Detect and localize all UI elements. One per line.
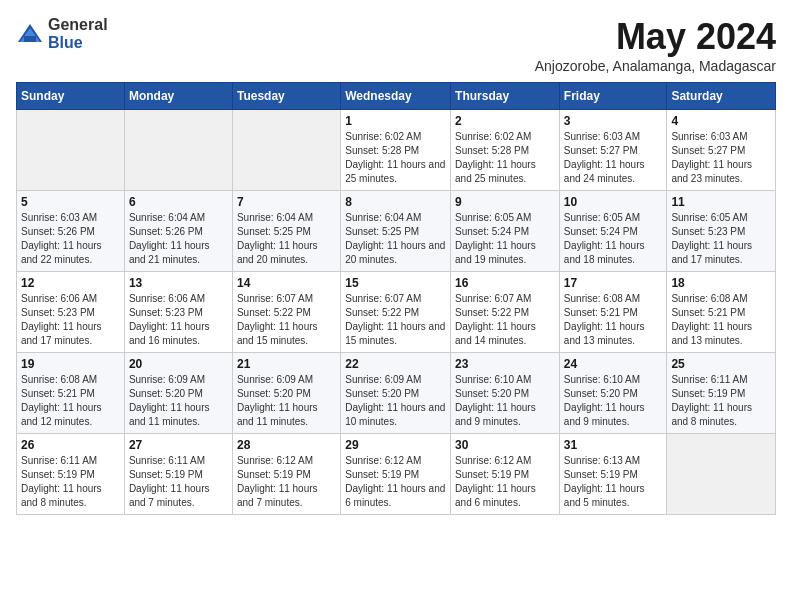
calendar-week-row: 19Sunrise: 6:08 AM Sunset: 5:21 PM Dayli… xyxy=(17,353,776,434)
calendar-cell: 2Sunrise: 6:02 AM Sunset: 5:28 PM Daylig… xyxy=(451,110,560,191)
weekday-header: Saturday xyxy=(667,83,776,110)
calendar-cell xyxy=(124,110,232,191)
calendar-cell: 10Sunrise: 6:05 AM Sunset: 5:24 PM Dayli… xyxy=(559,191,667,272)
weekday-header: Tuesday xyxy=(232,83,340,110)
calendar-cell: 29Sunrise: 6:12 AM Sunset: 5:19 PM Dayli… xyxy=(341,434,451,515)
calendar-cell: 12Sunrise: 6:06 AM Sunset: 5:23 PM Dayli… xyxy=(17,272,125,353)
day-number: 15 xyxy=(345,276,446,290)
day-number: 6 xyxy=(129,195,228,209)
day-info: Sunrise: 6:06 AM Sunset: 5:23 PM Dayligh… xyxy=(129,292,228,348)
day-number: 20 xyxy=(129,357,228,371)
day-number: 23 xyxy=(455,357,555,371)
day-number: 21 xyxy=(237,357,336,371)
day-number: 28 xyxy=(237,438,336,452)
day-number: 18 xyxy=(671,276,771,290)
day-info: Sunrise: 6:05 AM Sunset: 5:23 PM Dayligh… xyxy=(671,211,771,267)
calendar-cell: 23Sunrise: 6:10 AM Sunset: 5:20 PM Dayli… xyxy=(451,353,560,434)
day-number: 12 xyxy=(21,276,120,290)
month-title: May 2024 xyxy=(535,16,776,58)
page-header: General Blue May 2024 Anjozorobe, Analam… xyxy=(16,16,776,74)
day-info: Sunrise: 6:07 AM Sunset: 5:22 PM Dayligh… xyxy=(345,292,446,348)
day-info: Sunrise: 6:13 AM Sunset: 5:19 PM Dayligh… xyxy=(564,454,663,510)
logo-icon xyxy=(16,20,44,48)
calendar-cell: 13Sunrise: 6:06 AM Sunset: 5:23 PM Dayli… xyxy=(124,272,232,353)
calendar-cell: 11Sunrise: 6:05 AM Sunset: 5:23 PM Dayli… xyxy=(667,191,776,272)
calendar-cell: 4Sunrise: 6:03 AM Sunset: 5:27 PM Daylig… xyxy=(667,110,776,191)
day-info: Sunrise: 6:07 AM Sunset: 5:22 PM Dayligh… xyxy=(455,292,555,348)
calendar-cell: 1Sunrise: 6:02 AM Sunset: 5:28 PM Daylig… xyxy=(341,110,451,191)
calendar-cell: 19Sunrise: 6:08 AM Sunset: 5:21 PM Dayli… xyxy=(17,353,125,434)
logo-general: General xyxy=(48,16,108,34)
weekday-header: Wednesday xyxy=(341,83,451,110)
calendar-cell: 14Sunrise: 6:07 AM Sunset: 5:22 PM Dayli… xyxy=(232,272,340,353)
calendar-cell: 7Sunrise: 6:04 AM Sunset: 5:25 PM Daylig… xyxy=(232,191,340,272)
weekday-header: Thursday xyxy=(451,83,560,110)
day-info: Sunrise: 6:03 AM Sunset: 5:27 PM Dayligh… xyxy=(564,130,663,186)
calendar-cell: 26Sunrise: 6:11 AM Sunset: 5:19 PM Dayli… xyxy=(17,434,125,515)
day-info: Sunrise: 6:03 AM Sunset: 5:27 PM Dayligh… xyxy=(671,130,771,186)
day-number: 13 xyxy=(129,276,228,290)
day-info: Sunrise: 6:03 AM Sunset: 5:26 PM Dayligh… xyxy=(21,211,120,267)
day-number: 8 xyxy=(345,195,446,209)
calendar-cell: 31Sunrise: 6:13 AM Sunset: 5:19 PM Dayli… xyxy=(559,434,667,515)
day-info: Sunrise: 6:12 AM Sunset: 5:19 PM Dayligh… xyxy=(345,454,446,510)
day-number: 4 xyxy=(671,114,771,128)
day-info: Sunrise: 6:12 AM Sunset: 5:19 PM Dayligh… xyxy=(455,454,555,510)
day-number: 14 xyxy=(237,276,336,290)
calendar-cell: 21Sunrise: 6:09 AM Sunset: 5:20 PM Dayli… xyxy=(232,353,340,434)
calendar-cell: 30Sunrise: 6:12 AM Sunset: 5:19 PM Dayli… xyxy=(451,434,560,515)
day-number: 11 xyxy=(671,195,771,209)
day-number: 19 xyxy=(21,357,120,371)
weekday-header: Monday xyxy=(124,83,232,110)
day-number: 31 xyxy=(564,438,663,452)
day-number: 2 xyxy=(455,114,555,128)
calendar-cell xyxy=(232,110,340,191)
day-number: 10 xyxy=(564,195,663,209)
calendar-cell: 3Sunrise: 6:03 AM Sunset: 5:27 PM Daylig… xyxy=(559,110,667,191)
calendar-cell: 24Sunrise: 6:10 AM Sunset: 5:20 PM Dayli… xyxy=(559,353,667,434)
weekday-header: Friday xyxy=(559,83,667,110)
calendar-cell: 8Sunrise: 6:04 AM Sunset: 5:25 PM Daylig… xyxy=(341,191,451,272)
calendar-week-row: 26Sunrise: 6:11 AM Sunset: 5:19 PM Dayli… xyxy=(17,434,776,515)
day-info: Sunrise: 6:07 AM Sunset: 5:22 PM Dayligh… xyxy=(237,292,336,348)
calendar-cell: 25Sunrise: 6:11 AM Sunset: 5:19 PM Dayli… xyxy=(667,353,776,434)
location: Anjozorobe, Analamanga, Madagascar xyxy=(535,58,776,74)
calendar-cell: 16Sunrise: 6:07 AM Sunset: 5:22 PM Dayli… xyxy=(451,272,560,353)
day-info: Sunrise: 6:10 AM Sunset: 5:20 PM Dayligh… xyxy=(564,373,663,429)
day-number: 22 xyxy=(345,357,446,371)
day-number: 29 xyxy=(345,438,446,452)
day-number: 7 xyxy=(237,195,336,209)
day-number: 30 xyxy=(455,438,555,452)
day-info: Sunrise: 6:11 AM Sunset: 5:19 PM Dayligh… xyxy=(129,454,228,510)
calendar-week-row: 1Sunrise: 6:02 AM Sunset: 5:28 PM Daylig… xyxy=(17,110,776,191)
day-number: 24 xyxy=(564,357,663,371)
weekday-header: Sunday xyxy=(17,83,125,110)
day-number: 9 xyxy=(455,195,555,209)
day-info: Sunrise: 6:11 AM Sunset: 5:19 PM Dayligh… xyxy=(671,373,771,429)
day-info: Sunrise: 6:06 AM Sunset: 5:23 PM Dayligh… xyxy=(21,292,120,348)
day-info: Sunrise: 6:04 AM Sunset: 5:26 PM Dayligh… xyxy=(129,211,228,267)
calendar-cell: 17Sunrise: 6:08 AM Sunset: 5:21 PM Dayli… xyxy=(559,272,667,353)
calendar-week-row: 12Sunrise: 6:06 AM Sunset: 5:23 PM Dayli… xyxy=(17,272,776,353)
day-number: 25 xyxy=(671,357,771,371)
day-info: Sunrise: 6:04 AM Sunset: 5:25 PM Dayligh… xyxy=(345,211,446,267)
day-info: Sunrise: 6:11 AM Sunset: 5:19 PM Dayligh… xyxy=(21,454,120,510)
calendar-cell: 9Sunrise: 6:05 AM Sunset: 5:24 PM Daylig… xyxy=(451,191,560,272)
day-info: Sunrise: 6:08 AM Sunset: 5:21 PM Dayligh… xyxy=(21,373,120,429)
calendar-cell xyxy=(17,110,125,191)
calendar-cell: 27Sunrise: 6:11 AM Sunset: 5:19 PM Dayli… xyxy=(124,434,232,515)
calendar-table: SundayMondayTuesdayWednesdayThursdayFrid… xyxy=(16,82,776,515)
day-info: Sunrise: 6:09 AM Sunset: 5:20 PM Dayligh… xyxy=(345,373,446,429)
day-info: Sunrise: 6:05 AM Sunset: 5:24 PM Dayligh… xyxy=(564,211,663,267)
calendar-cell: 28Sunrise: 6:12 AM Sunset: 5:19 PM Dayli… xyxy=(232,434,340,515)
day-info: Sunrise: 6:09 AM Sunset: 5:20 PM Dayligh… xyxy=(237,373,336,429)
calendar-cell: 5Sunrise: 6:03 AM Sunset: 5:26 PM Daylig… xyxy=(17,191,125,272)
day-number: 5 xyxy=(21,195,120,209)
day-info: Sunrise: 6:08 AM Sunset: 5:21 PM Dayligh… xyxy=(671,292,771,348)
day-info: Sunrise: 6:04 AM Sunset: 5:25 PM Dayligh… xyxy=(237,211,336,267)
day-info: Sunrise: 6:02 AM Sunset: 5:28 PM Dayligh… xyxy=(455,130,555,186)
day-info: Sunrise: 6:05 AM Sunset: 5:24 PM Dayligh… xyxy=(455,211,555,267)
svg-rect-2 xyxy=(24,36,36,42)
calendar-header-row: SundayMondayTuesdayWednesdayThursdayFrid… xyxy=(17,83,776,110)
day-number: 16 xyxy=(455,276,555,290)
